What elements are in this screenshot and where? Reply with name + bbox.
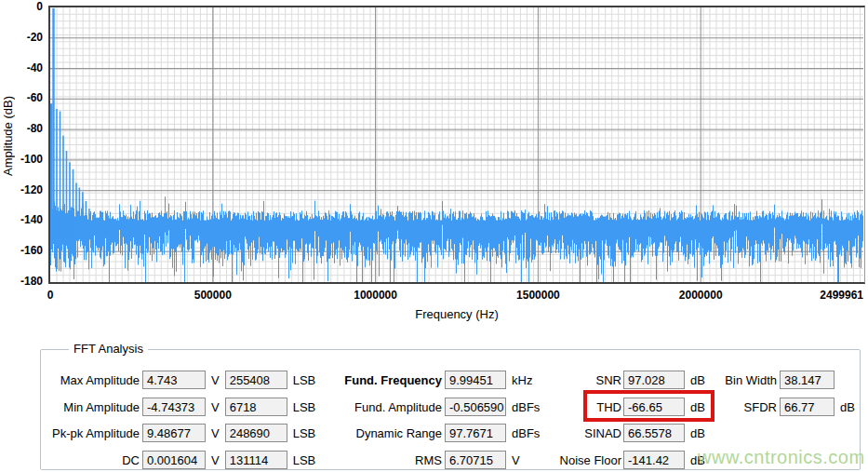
x-axis-title: Frequency (Hz) xyxy=(50,307,863,321)
fund-amplitude-label: Fund. Amplitude xyxy=(316,400,442,414)
min-amplitude-value[interactable]: -4.74373 xyxy=(142,398,206,416)
y-tick-label: -60 xyxy=(6,91,43,104)
y-tick-label: -180 xyxy=(6,275,43,288)
y-tick-label: 0 xyxy=(6,0,43,13)
y-tick-label: -20 xyxy=(6,31,43,44)
snr-unit: dB xyxy=(690,373,705,387)
bin-width-label: Bin Width xyxy=(707,373,777,387)
y-tick-label: -80 xyxy=(6,122,43,135)
dc-unit: V xyxy=(211,453,220,467)
y-tick-label: -140 xyxy=(6,213,43,226)
fft-spectrum-chart: Amplitude (dB) 0-20-40-60-80-100-120-140… xyxy=(0,0,868,326)
fund-amplitude-unit: dBFs xyxy=(512,400,540,414)
field-dynamic-range: Dynamic Range 97.7671 dBFs xyxy=(316,424,540,442)
field-fund-frequency: Fund. Frequency 9.99451 kHz xyxy=(316,371,532,389)
plot-area[interactable] xyxy=(48,6,865,284)
min-amplitude-label: Min Amplitude xyxy=(37,400,140,414)
sinad-label: SINAD xyxy=(540,426,621,440)
field-pkpk-amplitude: Pk-pk Amplitude 9.48677 V 248690 LSB xyxy=(37,424,315,442)
field-min-amplitude: Min Amplitude -4.74373 V 6718 LSB xyxy=(37,398,315,416)
sinad-value[interactable]: 66.5578 xyxy=(623,424,685,442)
x-tick-label: 2000000 xyxy=(679,289,723,302)
max-amplitude-unit: V xyxy=(211,373,220,387)
pkpk-amplitude-unit: V xyxy=(211,426,220,440)
x-tick-label: 2499961 xyxy=(820,289,863,302)
dc-value[interactable]: 0.001604 xyxy=(142,451,206,469)
y-tick-label: -100 xyxy=(6,153,43,166)
field-rms: RMS 6.70715 V xyxy=(316,451,520,469)
rms-unit: V xyxy=(512,453,520,467)
thd-label: THD xyxy=(540,400,621,414)
dc-lsb[interactable]: 131114 xyxy=(225,451,287,469)
dynamic-range-value[interactable]: 97.7671 xyxy=(445,424,506,442)
fund-frequency-unit: kHz xyxy=(512,373,532,387)
max-amplitude-label: Max Amplitude xyxy=(37,373,140,387)
noise-floor-label: Noise Floor xyxy=(540,453,621,467)
y-tick-label: -40 xyxy=(6,61,43,74)
field-thd: THD -66.65 dB xyxy=(540,398,705,416)
x-tick-label: 0 xyxy=(47,289,54,302)
watermark: www.cntronics.com xyxy=(698,447,865,468)
rms-value[interactable]: 6.70715 xyxy=(445,451,506,469)
pkpk-amplitude-label: Pk-pk Amplitude xyxy=(37,426,140,440)
thd-unit: dB xyxy=(690,400,705,414)
noise-floor-value[interactable]: -141.42 xyxy=(623,451,685,469)
pkpk-amplitude-value[interactable]: 9.48677 xyxy=(142,424,206,442)
fft-analyzer-window: Amplitude (dB) 0-20-40-60-80-100-120-140… xyxy=(0,0,868,472)
dynamic-range-label: Dynamic Range xyxy=(316,426,442,440)
sfdr-unit: dB xyxy=(840,400,855,414)
field-snr: SNR 97.028 dB xyxy=(540,371,705,389)
max-amplitude-lsb-unit: LSB xyxy=(293,373,316,387)
x-tick-label: 500000 xyxy=(194,289,232,302)
field-noise-floor: Noise Floor -141.42 dB xyxy=(540,451,705,469)
bin-width-value[interactable]: 38.147 xyxy=(780,371,835,389)
dynamic-range-unit: dBFs xyxy=(512,426,540,440)
fund-amplitude-value[interactable]: -0.506590 xyxy=(445,398,506,416)
field-bin-width: Bin Width 38.147 xyxy=(707,371,840,389)
snr-label: SNR xyxy=(540,373,621,387)
sfdr-label: SFDR xyxy=(707,400,777,414)
pkpk-amplitude-lsb[interactable]: 248690 xyxy=(225,424,287,442)
max-amplitude-lsb[interactable]: 255408 xyxy=(225,371,287,389)
x-tick-label: 1000000 xyxy=(354,289,397,302)
min-amplitude-unit: V xyxy=(211,400,220,414)
x-tick-label: 1500000 xyxy=(516,289,560,302)
sinad-unit: dB xyxy=(690,426,705,440)
field-dc: DC 0.001604 V 131114 LSB xyxy=(37,451,315,469)
max-amplitude-value[interactable]: 4.743 xyxy=(142,371,206,389)
fund-frequency-value[interactable]: 9.99451 xyxy=(445,371,506,389)
field-fund-amplitude: Fund. Amplitude -0.506590 dBFs xyxy=(316,398,540,416)
min-amplitude-lsb-unit: LSB xyxy=(293,400,316,414)
sfdr-value[interactable]: 66.77 xyxy=(780,398,835,416)
rms-label: RMS xyxy=(316,453,442,467)
fund-frequency-label: Fund. Frequency xyxy=(316,373,442,387)
groupbox-title: FFT Analysis xyxy=(69,342,148,356)
dc-label: DC xyxy=(37,453,140,467)
min-amplitude-lsb[interactable]: 6718 xyxy=(225,398,287,416)
field-sinad: SINAD 66.5578 dB xyxy=(540,424,705,442)
y-tick-label: -120 xyxy=(6,183,43,196)
snr-value[interactable]: 97.028 xyxy=(623,371,685,389)
dc-lsb-unit: LSB xyxy=(293,453,316,467)
y-tick-label: -160 xyxy=(6,244,43,257)
pkpk-amplitude-lsb-unit: LSB xyxy=(293,426,316,440)
field-max-amplitude: Max Amplitude 4.743 V 255408 LSB xyxy=(37,371,315,389)
thd-value[interactable]: -66.65 xyxy=(623,398,685,416)
spectrum-svg xyxy=(50,7,863,282)
field-sfdr: SFDR 66.77 dB xyxy=(707,398,855,416)
